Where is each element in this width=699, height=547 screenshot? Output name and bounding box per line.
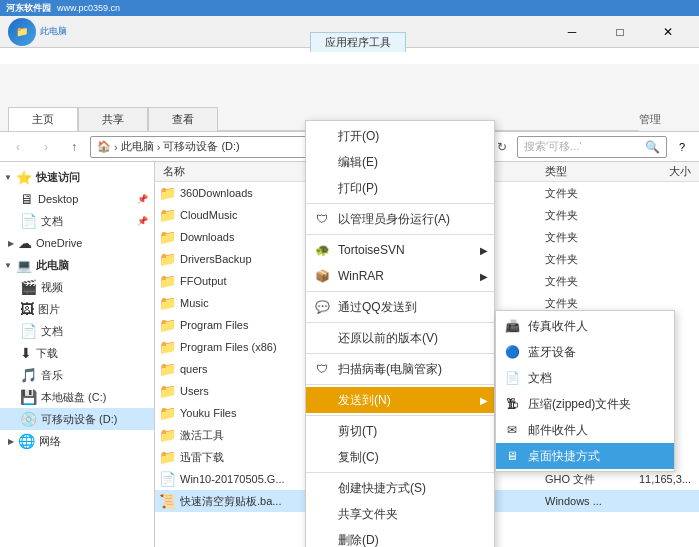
local-disk-label: 本地磁盘 (C:): [41, 390, 106, 405]
menu-item-icon: [314, 532, 330, 547]
header-type[interactable]: 类型: [545, 164, 625, 179]
file-icon: 📁: [159, 361, 176, 377]
sidebar-item-pictures[interactable]: 🖼 图片: [0, 298, 154, 320]
menu-item[interactable]: 打印(P): [306, 175, 494, 201]
menu-item[interactable]: 💬 通过QQ发送到: [306, 294, 494, 320]
sendto-menu-item[interactable]: 🗜 压缩(zipped)文件夹: [496, 391, 674, 417]
tab-view[interactable]: 查看: [148, 107, 218, 131]
file-type: 文件夹: [545, 296, 625, 311]
sendto-item-label: 桌面快捷方式: [528, 448, 600, 465]
pictures-icon: 🖼: [20, 301, 34, 317]
close-button[interactable]: ✕: [645, 18, 691, 46]
menu-item[interactable]: 编辑(E): [306, 149, 494, 175]
file-type: 文件夹: [545, 230, 625, 245]
sidebar-item-desktop[interactable]: 🖥 Desktop 📌: [0, 188, 154, 210]
forward-button[interactable]: ›: [34, 135, 58, 159]
sidebar-item-downloads[interactable]: ⬇ 下载: [0, 342, 154, 364]
minimize-button[interactable]: ─: [549, 18, 595, 46]
file-icon: 📁: [159, 317, 176, 333]
menu-item-label: 打印(P): [338, 180, 378, 197]
menu-item-icon: [314, 180, 330, 196]
submenu-arrow: ▶: [480, 245, 488, 256]
sendto-menu-item[interactable]: 🔵 蓝牙设备: [496, 339, 674, 365]
sendto-item-icon: ✉: [504, 422, 520, 438]
app-tools-tab[interactable]: 应用程序工具: [310, 32, 406, 52]
sendto-submenu[interactable]: 📠 传真收件人 🔵 蓝牙设备 📄 文档 🗜 压缩(zipped)文件夹 ✉ 邮件…: [495, 310, 675, 472]
path-pc[interactable]: 此电脑: [121, 139, 154, 154]
file-icon: 📁: [159, 405, 176, 421]
menu-item-label: 编辑(E): [338, 154, 378, 171]
menu-item-icon: [314, 480, 330, 496]
menu-item-label: 剪切(T): [338, 423, 377, 440]
up-button[interactable]: ↑: [62, 135, 86, 159]
sendto-menu-item[interactable]: ✉ 邮件收件人: [496, 417, 674, 443]
sendto-menu-item[interactable]: 📄 文档: [496, 365, 674, 391]
sendto-item-icon: 📠: [504, 318, 520, 334]
menu-item-icon: [314, 392, 330, 408]
menu-item-label: 还原以前的版本(V): [338, 330, 438, 347]
context-menu[interactable]: 打开(O) 编辑(E) 打印(P) 🛡 以管理员身份运行(A) 🐢 Tortoi…: [305, 120, 495, 547]
path-drive[interactable]: 可移动设备 (D:): [163, 139, 239, 154]
file-icon: 📁: [159, 229, 176, 245]
file-icon: 📁: [159, 339, 176, 355]
back-button[interactable]: ‹: [6, 135, 30, 159]
sidebar-item-local-disk[interactable]: 💾 本地磁盘 (C:): [0, 386, 154, 408]
sidebar-item-onedrive[interactable]: ▶ ☁ OneDrive: [0, 232, 154, 254]
sidebar-item-videos[interactable]: 🎬 视频: [0, 276, 154, 298]
menu-item[interactable]: 删除(D): [306, 527, 494, 547]
desktop-icon: 🖥: [20, 191, 34, 207]
menu-item[interactable]: 创建快捷方式(S): [306, 475, 494, 501]
menu-item[interactable]: 🛡 以管理员身份运行(A): [306, 206, 494, 232]
menu-item[interactable]: 发送到(N) ▶: [306, 387, 494, 413]
menu-separator: [306, 291, 494, 292]
search-box[interactable]: 搜索'可移...' 🔍: [517, 136, 667, 158]
documents-icon: 📄: [20, 323, 37, 339]
menu-item-icon: 🛡: [314, 211, 330, 227]
menu-item[interactable]: 共享文件夹: [306, 501, 494, 527]
file-type: 文件夹: [545, 208, 625, 223]
sidebar: ▼ ⭐ 快速访问 🖥 Desktop 📌 📄 文档 📌 ▶ ☁ OneDrive…: [0, 162, 155, 547]
watermark-logo: 河东软件园: [6, 2, 51, 15]
file-icon: 📁: [159, 273, 176, 289]
network-chevron: ▶: [8, 437, 14, 446]
menu-separator: [306, 322, 494, 323]
quickaccess-icon: ⭐: [16, 170, 32, 185]
sendto-menu-item[interactable]: 📠 传真收件人: [496, 313, 674, 339]
maximize-button[interactable]: □: [597, 18, 643, 46]
menu-item[interactable]: 🛡 扫描病毒(电脑管家): [306, 356, 494, 382]
menu-item[interactable]: 打开(O): [306, 123, 494, 149]
sidebar-item-music[interactable]: 🎵 音乐: [0, 364, 154, 386]
menu-separator: [306, 353, 494, 354]
sidebar-item-removable[interactable]: 💿 可移动设备 (D:): [0, 408, 154, 430]
menu-item[interactable]: 还原以前的版本(V): [306, 325, 494, 351]
sidebar-item-docs[interactable]: 📄 文档 📌: [0, 210, 154, 232]
menu-item-icon: [314, 330, 330, 346]
help-button[interactable]: ?: [671, 136, 693, 158]
menu-item-icon: [314, 128, 330, 144]
menu-item[interactable]: 🐢 TortoiseSVN ▶: [306, 237, 494, 263]
menu-item-label: 通过QQ发送到: [338, 299, 417, 316]
menu-separator: [306, 234, 494, 235]
header-size[interactable]: 大小: [625, 164, 695, 179]
watermark-bar: 河东软件园 www.pc0359.cn: [0, 0, 699, 16]
menu-item-icon: 💬: [314, 299, 330, 315]
tab-home[interactable]: 主页: [8, 107, 78, 131]
sidebar-item-quickaccess[interactable]: ▼ ⭐ 快速访问: [0, 166, 154, 188]
menu-item-label: 以管理员身份运行(A): [338, 211, 450, 228]
window-controls[interactable]: ─ □ ✕: [549, 18, 691, 46]
sendto-menu-item[interactable]: 🖥 桌面快捷方式: [496, 443, 674, 469]
menu-item[interactable]: 复制(C): [306, 444, 494, 470]
sidebar-item-thispc[interactable]: ▼ 💻 此电脑: [0, 254, 154, 276]
window-title: 此电脑: [40, 25, 549, 38]
tab-share[interactable]: 共享: [78, 107, 148, 131]
desktop-label: Desktop: [38, 193, 78, 205]
menu-item[interactable]: 📦 WinRAR ▶: [306, 263, 494, 289]
sidebar-item-documents[interactable]: 📄 文档: [0, 320, 154, 342]
sendto-item-icon: 🔵: [504, 344, 520, 360]
menu-item-icon: 🛡: [314, 361, 330, 377]
menu-item[interactable]: 剪切(T): [306, 418, 494, 444]
music-icon: 🎵: [20, 367, 37, 383]
menu-item-label: 发送到(N): [338, 392, 391, 409]
sidebar-item-network[interactable]: ▶ 🌐 网络: [0, 430, 154, 452]
network-icon: 🌐: [18, 433, 35, 449]
